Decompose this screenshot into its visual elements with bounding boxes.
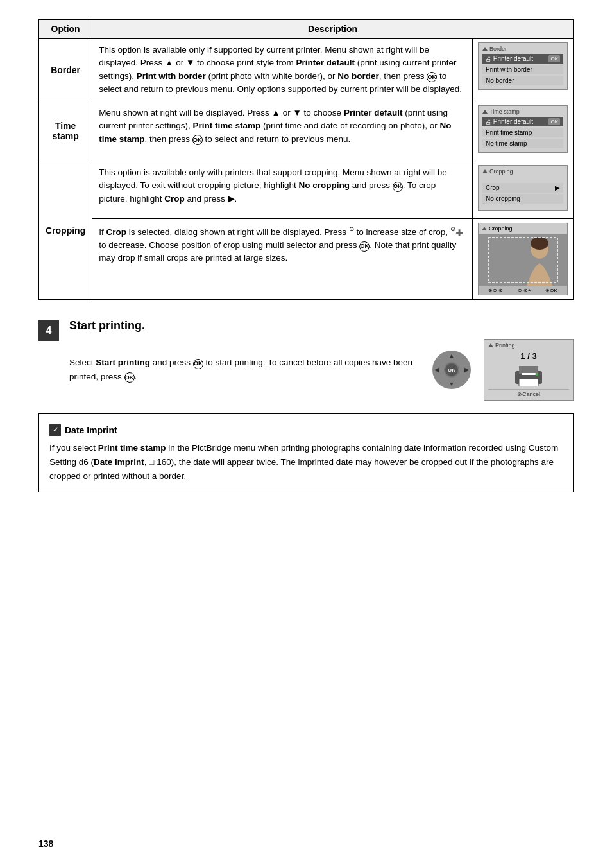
option-timestamp: Timestamp: [39, 101, 92, 161]
option-border: Border: [39, 39, 92, 101]
dpad-left-arrow: ◀: [434, 367, 439, 373]
screen-timestamp-item-3: No time stamp: [482, 139, 563, 148]
option-cropping: Cropping: [39, 161, 92, 300]
note-body: If you select Print time stamp in the Pi…: [49, 441, 563, 483]
note-title: ✓ Date Imprint: [49, 423, 563, 437]
step4-title: Start printing.: [69, 319, 574, 333]
screen-cropping-top: Cropping Crop ▶ No cropping: [473, 161, 574, 219]
desc-cropping-bottom: If Crop is selected, dialog shown at rig…: [92, 219, 473, 300]
screen-timestamp-title: Time stamp: [489, 108, 520, 115]
screen-cropping-bottom: Cropping: [473, 219, 574, 300]
svg-rect-1: [479, 234, 567, 286]
printing-cancel: ⊛Cancel: [488, 389, 569, 397]
screen-cropping-bottom-title: Cropping: [489, 225, 513, 232]
desc-cropping-top: This option is available only with print…: [92, 161, 473, 219]
screen-cropping-crop-item: Crop ▶: [482, 183, 563, 193]
description-column-header: Description: [92, 20, 574, 39]
option-column-header: Option: [39, 20, 92, 39]
svg-point-9: [536, 373, 538, 376]
dpad-down-arrow: ▼: [449, 381, 455, 387]
table-row-border: Border This option is available only if …: [39, 39, 574, 101]
crop-btn-ok: ⊛OK: [545, 288, 557, 293]
step4-content: Start printing. Select Start printing an…: [69, 319, 574, 401]
svg-point-3: [531, 237, 548, 250]
table-row-cropping-bottom: If Crop is selected, dialog shown at rig…: [39, 219, 574, 300]
dpad-ok-button[interactable]: OK: [444, 362, 459, 378]
dpad-right-arrow: ▶: [464, 367, 469, 373]
printing-counter: 1 / 3: [488, 351, 569, 361]
screen-border-item-3: No border: [482, 76, 563, 85]
step4-icon: 4: [38, 320, 59, 341]
screen-cropping-nocrop-item: No cropping: [482, 194, 563, 204]
printer-icon: [513, 363, 545, 386]
table-row-cropping: Cropping This option is available only w…: [39, 161, 574, 219]
screen-cropping-top-title: Cropping: [489, 168, 513, 175]
note-box: ✓ Date Imprint If you select Print time …: [38, 413, 574, 492]
printing-screen: Printing 1 / 3 ⊛Cancel: [484, 339, 574, 401]
svg-rect-7: [519, 379, 538, 386]
printing-progress: [488, 363, 569, 386]
step4-body: Select Start printing and press OK to st…: [69, 356, 420, 383]
page-number: 138: [38, 838, 53, 849]
svg-rect-6: [519, 366, 538, 374]
option-table: Option Description Border This option is…: [38, 19, 574, 300]
screen-border-item-2: Print with border: [482, 65, 563, 74]
screen-border-item-1: 🖨 Printer default OK: [482, 54, 563, 64]
screen-border-title: Border: [489, 46, 507, 52]
desc-timestamp: Menu shown at right will be displayed. P…: [92, 101, 473, 161]
svg-rect-8: [522, 373, 536, 375]
step4-section: 4 Start printing. Select Start printing …: [38, 319, 574, 401]
dpad-up-arrow: ▲: [449, 352, 455, 359]
dpad: ▲ ▼ ◀ ▶ OK: [432, 351, 471, 389]
screen-timestamp: Time stamp 🖨 Printer default OK Print ti…: [473, 101, 574, 161]
screen-border: Border 🖨 Printer default OK Print with b…: [473, 39, 574, 101]
screen-timestamp-item-1: 🖨 Printer default OK: [482, 117, 563, 126]
crop-btn-1: ⊛⊙ ⊙: [488, 288, 503, 293]
printing-screen-title: Printing: [495, 342, 515, 349]
desc-border: This option is available only if support…: [92, 39, 473, 101]
crop-btn-2: ⊙ ⊙+: [518, 288, 531, 293]
table-row-timestamp: Timestamp Menu shown at right will be di…: [39, 101, 574, 161]
screen-timestamp-item-2: Print time stamp: [482, 128, 563, 137]
note-icon: ✓: [49, 424, 61, 436]
